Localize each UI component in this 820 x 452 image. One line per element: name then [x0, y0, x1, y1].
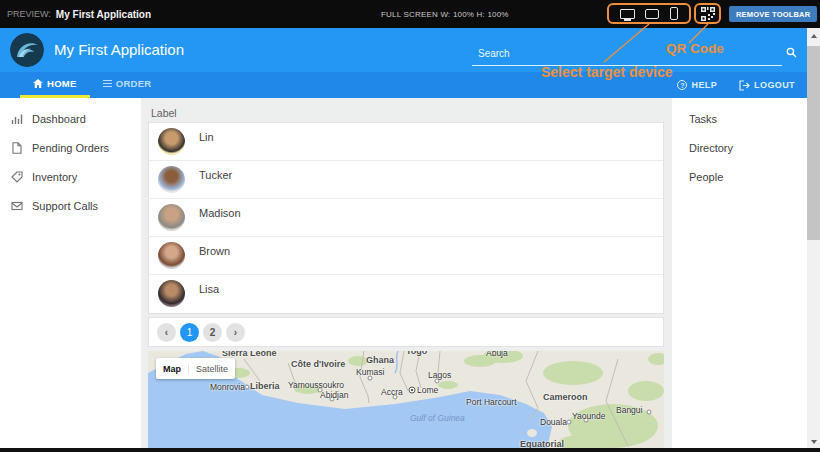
avatar	[158, 166, 185, 193]
map-label: Ghana	[366, 355, 394, 365]
help-icon: ?	[677, 80, 687, 90]
app-logo	[10, 33, 44, 67]
fullscreen-status: FULL SCREEN W: 100% H: 100%	[381, 10, 509, 19]
envelope-icon	[11, 200, 23, 212]
person-name: Lisa	[199, 283, 219, 295]
map-label: Lagos	[428, 370, 451, 380]
sidebar-item-label: Directory	[689, 142, 733, 154]
tab-home-label: HOME	[47, 78, 77, 89]
sidebar-item-people[interactable]: People	[672, 162, 807, 191]
vertical-scrollbar[interactable]	[807, 28, 820, 452]
device-selector-group	[607, 3, 691, 24]
avatar	[158, 280, 185, 307]
sidebar-item-pending-orders[interactable]: Pending Orders	[0, 133, 141, 162]
app-preview-window: PREVIEW: My First Application FULL SCREE…	[0, 0, 820, 452]
map-label: Equatorial	[520, 439, 564, 448]
map-label: Douala	[540, 417, 567, 427]
header-app-title: My First Application	[54, 41, 184, 58]
left-sidebar: Dashboard Pending Orders Inventory Suppo…	[0, 98, 141, 448]
map-label: Liberia	[250, 381, 280, 391]
sidebar-item-tasks[interactable]: Tasks	[672, 104, 807, 133]
sidebar-item-label: Pending Orders	[32, 142, 109, 154]
list-item[interactable]: Tucker	[149, 161, 663, 199]
person-name: Brown	[199, 245, 230, 257]
logout-link[interactable]: LOGOUT	[739, 80, 795, 91]
desktop-device-icon[interactable]	[620, 9, 635, 19]
qr-code-button[interactable]	[694, 3, 721, 24]
search-box[interactable]	[472, 42, 782, 66]
sidebar-item-label: People	[689, 171, 723, 183]
app-nav-bar: HOME ORDER ? HELP LOGOUT	[0, 72, 807, 98]
map-label: Port Harcourt	[466, 397, 517, 407]
pagination: ‹ 1 2 ›	[148, 317, 664, 347]
map-label: Gulf of Guinea	[410, 413, 465, 423]
page-1-button[interactable]: 1	[180, 323, 199, 342]
map-widget[interactable]: Sierra Leone Côte d'Ivoire Ghana Togo Ab…	[148, 351, 664, 448]
tablet-device-icon[interactable]	[645, 9, 659, 19]
right-sidebar: Tasks Directory People	[672, 98, 807, 448]
logout-icon	[739, 80, 750, 91]
bar-chart-icon	[11, 113, 23, 125]
avatar	[158, 128, 185, 155]
avatar	[158, 204, 185, 231]
sidebar-item-label: Inventory	[32, 171, 77, 183]
help-link[interactable]: ? HELP	[677, 80, 717, 90]
map-label: Togo	[406, 351, 427, 356]
logout-label: LOGOUT	[754, 80, 795, 90]
list-header: Label	[151, 107, 177, 119]
sidebar-item-label: Dashboard	[32, 113, 86, 125]
map-label: Cameroon	[543, 392, 588, 402]
search-icon[interactable]	[786, 44, 797, 62]
map-label: Kumasi	[356, 367, 384, 377]
scrollbar-thumb[interactable]	[807, 46, 820, 240]
bottom-edge	[0, 448, 820, 452]
person-name: Madison	[199, 207, 241, 219]
map-label: Abuja	[486, 351, 508, 358]
map-label: Sierra Leone	[222, 351, 277, 358]
map-label: Bangui	[616, 405, 642, 415]
list-item[interactable]: Madison	[149, 199, 663, 237]
map-label: Yamoussoukro	[288, 380, 344, 390]
list-item[interactable]: Brown	[149, 237, 663, 275]
map-type-map-button[interactable]: Map	[156, 364, 189, 374]
map-label: Lome	[417, 385, 438, 395]
sidebar-item-inventory[interactable]: Inventory	[0, 162, 141, 191]
map-label: Yaounde	[572, 411, 605, 421]
map-label: Monrovia	[210, 382, 245, 392]
help-label: HELP	[691, 80, 717, 90]
scroll-up-arrow-icon[interactable]	[811, 34, 817, 38]
people-list: Lin Tucker Madison Brown Lisa	[148, 122, 664, 314]
annotation-qr-code: QR Code	[666, 41, 724, 56]
sidebar-item-dashboard[interactable]: Dashboard	[0, 104, 141, 133]
map-type-satellite-button[interactable]: Satellite	[189, 364, 235, 374]
map-label: Côte d'Ivoire	[291, 359, 345, 369]
list-item[interactable]: Lisa	[149, 275, 663, 313]
tab-order[interactable]: ORDER	[90, 72, 165, 98]
phone-device-icon[interactable]	[670, 7, 678, 20]
toolbar-app-title: My First Application	[56, 9, 151, 20]
hamburger-icon	[103, 78, 112, 89]
sidebar-item-label: Support Calls	[32, 200, 98, 212]
preview-toolbar: PREVIEW: My First Application FULL SCREE…	[0, 0, 820, 28]
scroll-down-arrow-icon[interactable]	[811, 440, 817, 444]
tab-home[interactable]: HOME	[20, 72, 90, 98]
search-input[interactable]	[472, 42, 782, 65]
document-icon	[11, 142, 23, 154]
map-label: Accra	[381, 387, 403, 397]
map-label: Abidjan	[320, 390, 348, 400]
page-2-button[interactable]: 2	[203, 323, 222, 342]
sidebar-item-label: Tasks	[689, 113, 717, 125]
next-page-button[interactable]: ›	[226, 323, 245, 342]
list-item[interactable]: Lin	[149, 123, 663, 161]
home-icon	[33, 79, 43, 88]
qr-code-icon	[701, 7, 715, 21]
tag-icon	[11, 171, 23, 183]
annotation-select-target-device: Select target device	[541, 64, 673, 80]
sidebar-item-directory[interactable]: Directory	[672, 133, 807, 162]
person-name: Tucker	[199, 169, 232, 181]
map-type-control: Map Satellite	[156, 358, 235, 379]
remove-toolbar-button[interactable]: REMOVE TOOLBAR	[729, 6, 817, 22]
person-name: Lin	[199, 131, 214, 143]
sidebar-item-support-calls[interactable]: Support Calls	[0, 191, 141, 220]
prev-page-button[interactable]: ‹	[157, 323, 176, 342]
